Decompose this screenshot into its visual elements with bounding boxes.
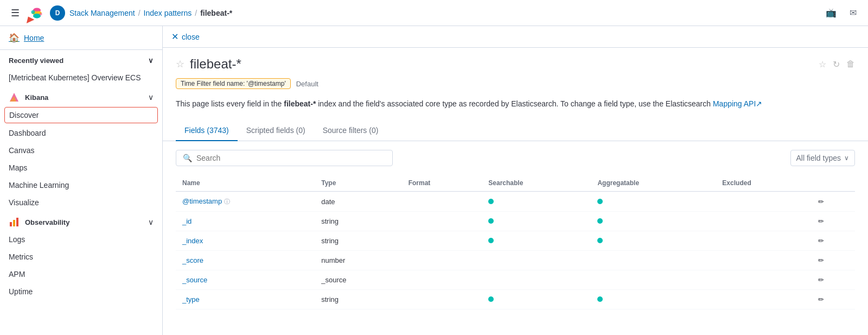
field-edit[interactable]: ✏ [812,192,855,212]
field-edit[interactable]: ✏ [812,270,855,290]
sidebar-item-visualize[interactable]: Visualize [0,194,162,211]
default-label: Default [296,80,318,88]
col-header-searchable: Searchable [482,175,591,192]
fields-table: Name Type Format Searchable Aggregatable… [176,175,855,309]
field-edit[interactable]: ✏ [812,251,855,270]
field-type: _source [315,270,401,290]
sidebar-item-dashboard[interactable]: Dashboard [0,124,162,142]
col-header-aggregatable: Aggregatable [591,175,716,192]
field-searchable [482,251,591,270]
field-format [402,212,482,231]
breadcrumb-index-patterns[interactable]: Index patterns [144,9,192,17]
field-excluded [716,192,812,212]
col-header-excluded: Excluded [716,175,812,192]
pattern-title-row: ☆ filebeat-* ☆ ↻ 🗑 [176,56,855,72]
sidebar-item-uptime[interactable]: Uptime [0,283,162,300]
kibana-chevron-icon: ∨ [148,93,154,102]
breadcrumb: Stack Management / Index patterns / file… [69,9,232,17]
mail-button[interactable]: ✉ [844,4,861,22]
col-header-actions [812,175,855,192]
field-edit[interactable]: ✏ [812,290,855,309]
svg-rect-10 [16,218,18,226]
sidebar: 🏠 Home Recently viewed ∨ [Metricbeat Kub… [0,26,163,335]
col-header-type: Type [315,175,401,192]
hamburger-button[interactable]: ☰ [7,4,24,22]
field-aggregatable [591,212,716,231]
info-icon: ⓘ [224,198,230,205]
pattern-name-highlight: filebeat-* [284,99,316,108]
field-searchable [482,192,591,212]
search-icon: 🔍 [183,154,192,162]
field-type: string [315,290,401,309]
field-searchable [482,290,591,309]
field-edit[interactable]: ✏ [812,231,855,251]
breadcrumb-stack-management[interactable]: Stack Management [69,9,135,17]
layout: 🏠 Home Recently viewed ∨ [Metricbeat Kub… [0,26,868,335]
sidebar-item-maps[interactable]: Maps [0,159,162,176]
tab-fields[interactable]: Fields (3743) [176,121,238,141]
sidebar-item-canvas[interactable]: Canvas [0,142,162,159]
kibana-section-header[interactable]: Kibana ∨ [0,86,162,106]
mapping-api-link[interactable]: Mapping API↗ [713,99,762,108]
field-type: string [315,231,401,251]
table-header: Name Type Format Searchable Aggregatable… [176,175,855,192]
field-name: @timestampⓘ [176,192,315,212]
tag-row: Time Filter field name: '@timestamp' Def… [176,78,855,89]
home-icon: 🏠 [9,33,20,43]
tab-scripted-fields[interactable]: Scripted fields (0) [238,121,314,141]
sidebar-item-discover[interactable]: Discover [4,107,158,123]
search-input[interactable] [196,154,386,162]
col-header-name: Name [176,175,315,192]
search-box[interactable]: 🔍 [176,150,393,166]
sidebar-item-metrics[interactable]: Metrics [0,248,162,266]
favorite-star-icon[interactable]: ☆ [176,58,184,70]
recently-viewed-header[interactable]: Recently viewed ∨ [0,50,162,69]
arrow-indicator [24,15,35,23]
recently-viewed-item[interactable]: [Metricbeat Kubernetes] Overview ECS [0,69,162,86]
sidebar-item-logs[interactable]: Logs [0,231,162,248]
delete-button[interactable]: 🗑 [846,59,855,69]
searchable-dot [488,199,494,204]
field-type: date [315,192,401,212]
searchable-dot [488,238,494,243]
time-filter-tag: Time Filter field name: '@timestamp' [176,78,291,89]
svg-rect-8 [10,222,12,226]
user-avatar[interactable]: D [50,5,65,21]
aggregatable-dot [597,218,603,224]
news-button[interactable]: 📺 [822,4,840,22]
sidebar-item-machine-learning[interactable]: Machine Learning [0,176,162,194]
field-excluded [716,270,812,290]
close-bar[interactable]: ✕ close [163,26,868,48]
table-body: @timestampⓘdate✏_idstring✏_indexstring✏_… [176,192,855,309]
col-header-format: Format [402,175,482,192]
aggregatable-dot [597,296,603,302]
field-excluded [716,290,812,309]
refresh-button[interactable]: ↻ [833,59,840,69]
dropdown-chevron-icon: ∨ [844,154,849,162]
tab-source-filters[interactable]: Source filters (0) [314,121,387,141]
table-row: _scorenumber✏ [176,251,855,270]
table-row: _typestring✏ [176,290,855,309]
sidebar-item-apm[interactable]: APM [0,266,162,283]
home-link[interactable]: 🏠 Home [0,26,162,50]
field-aggregatable [591,231,716,251]
table-row: _source_source✏ [176,270,855,290]
field-type-dropdown[interactable]: All field types ∨ [790,150,855,166]
field-format [402,192,482,212]
top-nav: ☰ D Stack Management / Index patterns / … [0,0,868,26]
kibana-icon [9,92,20,103]
svg-point-5 [39,12,42,15]
pattern-title: filebeat-* [190,56,241,72]
table-row: @timestampⓘdate✏ [176,192,855,212]
field-aggregatable [591,270,716,290]
field-aggregatable [591,251,716,270]
close-icon: ✕ [171,31,178,42]
svg-rect-9 [13,220,15,226]
observability-section-header[interactable]: Observability ∨ [0,211,162,231]
field-format [402,251,482,270]
field-edit[interactable]: ✏ [812,212,855,231]
field-excluded [716,212,812,231]
pattern-actions: ☆ ↻ 🗑 [819,59,855,69]
favorite-button[interactable]: ☆ [819,59,826,69]
description-text: This page lists every field in the fileb… [176,98,855,110]
